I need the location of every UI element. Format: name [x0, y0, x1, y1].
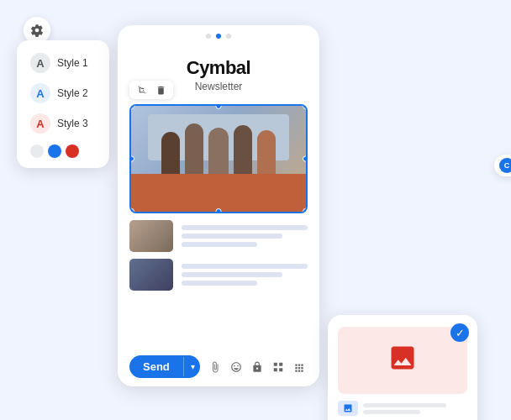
grid-icon[interactable] — [270, 359, 287, 375]
style-label-1: Style 1 — [57, 57, 88, 69]
newsletter-card: Cymbal Newsletter — [118, 25, 319, 386]
text-line — [182, 272, 282, 277]
handle-br[interactable] — [303, 208, 308, 213]
dot-bar — [118, 25, 319, 42]
dot-3 — [226, 34, 231, 39]
color-swatches — [25, 139, 101, 158]
thumbnail-1 — [129, 220, 173, 252]
text-line — [182, 225, 308, 230]
dot-2 — [216, 34, 221, 39]
newsletter-logo: Cymbal — [187, 57, 250, 79]
style-icon-2: A — [30, 83, 50, 103]
thumbnail-row-2 — [118, 252, 319, 291]
row-text-line — [363, 410, 420, 414]
row-text-lines-1 — [363, 403, 467, 414]
style-panel: A Style 1 A Style 2 A Style 3 — [17, 40, 109, 168]
checkmark-icon: ✓ — [450, 323, 469, 342]
style-item-2[interactable]: A Style 2 — [25, 79, 101, 108]
newsletter-subtitle: Newsletter — [187, 81, 250, 92]
swatch-blue[interactable] — [48, 144, 61, 158]
branded-card[interactable]: ✓ — [328, 315, 477, 420]
swatch-red[interactable] — [66, 144, 79, 158]
row-text-line — [363, 403, 446, 407]
handle-bm[interactable] — [216, 208, 222, 213]
style-label-3: Style 3 — [57, 118, 88, 129]
toolbar-icons-row — [207, 359, 308, 375]
text-line — [182, 242, 257, 247]
emoji-icon[interactable] — [228, 359, 245, 375]
thumbnail-2 — [129, 259, 173, 291]
handle-bl[interactable] — [129, 208, 134, 213]
style-label-2: Style 2 — [57, 87, 88, 99]
style-item-3[interactable]: A Style 3 — [25, 109, 101, 138]
send-button[interactable]: Send — [129, 355, 183, 378]
dot-1 — [206, 34, 211, 39]
row-icon-1 — [338, 401, 358, 416]
style-icon-1: A — [30, 53, 50, 73]
handle-tr[interactable] — [303, 104, 308, 109]
swatch-gray[interactable] — [30, 144, 44, 158]
branded-card-inner: ✓ — [328, 315, 477, 420]
attach-icon[interactable] — [207, 359, 224, 375]
text-line — [182, 234, 282, 239]
image-toolbar — [129, 81, 173, 99]
thumbnail-row-1 — [118, 213, 319, 252]
apps-icon[interactable] — [291, 359, 308, 375]
send-bar: Send ▾ — [129, 355, 308, 378]
newsletter-header: Cymbal Newsletter — [173, 42, 264, 97]
text-line — [182, 264, 308, 269]
branded-row-1 — [338, 401, 467, 416]
image-placeholder-icon — [387, 343, 418, 379]
style-icon-3: A — [30, 113, 50, 134]
branded-image-area — [338, 327, 467, 394]
send-button-group: Send ▾ — [129, 355, 200, 378]
style-item-1[interactable]: A Style 1 — [25, 49, 101, 77]
attendees-chip: C Attendees × — [494, 155, 511, 176]
handle-mr[interactable] — [303, 156, 308, 162]
branded-row-items — [338, 401, 467, 420]
text-lines-2 — [182, 264, 308, 286]
delete-icon[interactable] — [153, 82, 168, 97]
chip-icon: C — [499, 158, 511, 173]
send-dropdown[interactable]: ▾ — [183, 357, 200, 376]
crop-icon[interactable] — [134, 82, 150, 97]
text-line — [182, 281, 257, 286]
text-lines-1 — [182, 225, 308, 247]
hero-image[interactable] — [129, 104, 308, 213]
lock-icon[interactable] — [249, 359, 266, 375]
